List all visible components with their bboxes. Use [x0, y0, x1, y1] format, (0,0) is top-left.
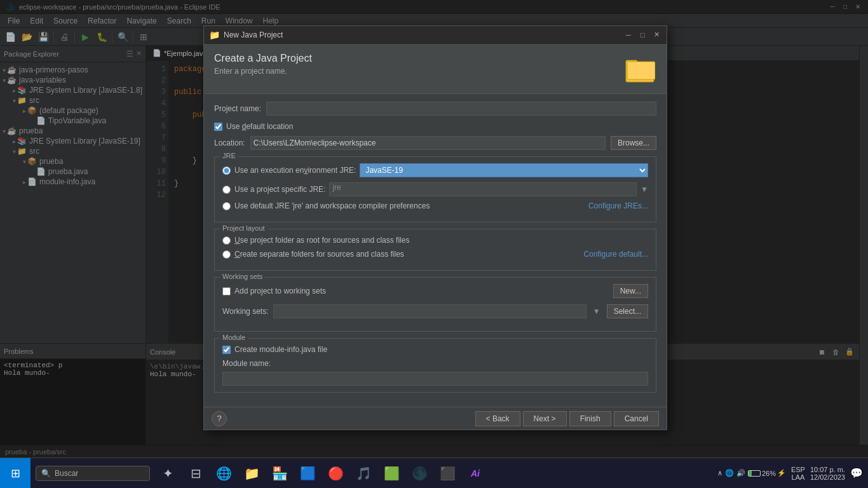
location-input[interactable]	[250, 136, 606, 150]
clock[interactable]: 10:07 p. m. 12/02/2023	[810, 466, 845, 481]
taskbar-tray: ∧ 🌐 🔊 26% ⚡ ESPLAA 10:07 p. m. 12/02/202…	[717, 466, 868, 481]
use-default-location-checkbox[interactable]	[214, 123, 222, 131]
store-app[interactable]: 🏪	[267, 461, 292, 486]
battery-charging-icon: ⚡	[777, 469, 786, 477]
taskbar-search[interactable]: 🔍 Buscar	[36, 466, 150, 481]
jre-env-label: Use an execution environment JRE:	[234, 166, 356, 175]
tray-icons: ∧ 🌐 🔊 26% ⚡	[717, 469, 786, 477]
project-layout-label: Project layout	[220, 224, 268, 232]
add-working-sets-label: Add project to working sets	[234, 287, 326, 295]
notification-icon[interactable]: 💬	[850, 467, 863, 479]
dialog-subtitle: Enter a project name.	[214, 67, 623, 76]
taskbar: ⊞ 🔍 Buscar ✦ ⊟ 🌐 📁 🏪 🟦 🔴 🎵 🟩 🌑 ⬛ Ai ∧ 🌐 …	[0, 458, 868, 488]
jre-env-select[interactable]: JavaSE-19 JavaSE-1.8 JavaSE-17	[360, 163, 648, 177]
project-name-row: Project name:	[214, 102, 656, 116]
browse-button[interactable]: Browse...	[611, 136, 656, 150]
jre-specific-label: Use a project specific JRE:	[234, 185, 325, 194]
dialog-maximize-btn[interactable]: □	[637, 30, 648, 40]
jre-default-label: Use default JRE 'jre' and workspace comp…	[234, 201, 430, 210]
dialog-title-icon: 📁	[209, 30, 220, 40]
layout-separate-group: Create separate folders for sources and …	[222, 250, 404, 259]
jre-default-radio-group: Use default JRE 'jre' and workspace comp…	[222, 201, 430, 210]
module-name-label: Module name:	[222, 359, 271, 368]
layout-separate-radio[interactable]	[222, 250, 231, 259]
brave-app[interactable]: 🔴	[323, 461, 348, 486]
new-java-project-dialog: 📁 New Java Project ─ □ ✕ Create a Java P…	[203, 25, 667, 430]
working-sets-label: Working sets	[220, 273, 265, 280]
dialog-help: ?	[212, 411, 227, 426]
create-module-checkbox[interactable]	[222, 346, 231, 354]
dialog-main-title: Create a Java Project	[214, 53, 623, 64]
taskview-app[interactable]: ⊟	[183, 461, 208, 486]
dialog-header-text: Create a Java Project Enter a project na…	[214, 53, 623, 76]
back-button[interactable]: < Back	[475, 411, 520, 426]
jre-specific-disabled: jre	[329, 182, 637, 196]
working-sets-field-row: Working sets: ▼ Select...	[222, 304, 648, 318]
next-button[interactable]: Next >	[523, 411, 567, 426]
terminal-app[interactable]: ⬛	[435, 461, 460, 486]
edge-app[interactable]: 🌐	[211, 461, 236, 486]
eclipse-taskbar-app[interactable]: 🌑	[407, 461, 432, 486]
battery-bar	[748, 470, 761, 477]
jre-specific-row: Use a project specific JRE: jre ▼	[222, 182, 648, 196]
create-module-row: Create module-info.java file	[222, 345, 648, 354]
use-default-location-row: Use default location	[214, 122, 656, 131]
working-sets-input[interactable]	[273, 304, 586, 318]
jre-env-row: Use an execution environment JRE: JavaSE…	[222, 163, 648, 177]
jre-default-radio[interactable]	[222, 202, 231, 210]
dialog-title-text: New Java Project	[224, 30, 620, 39]
search-placeholder-text: Buscar	[55, 469, 78, 478]
help-button[interactable]: ?	[212, 411, 227, 426]
select-working-set-button[interactable]: Select...	[607, 304, 648, 318]
location-row: Location: Browse...	[214, 136, 656, 150]
dialog-header: Create a Java Project Enter a project na…	[204, 44, 667, 94]
module-group: Module Create module-info.java file Modu…	[214, 338, 656, 393]
chevron-up-icon[interactable]: ∧	[717, 469, 722, 477]
dialog-close-btn[interactable]: ✕	[651, 30, 661, 40]
dialog-header-icon	[623, 53, 656, 86]
ai-app[interactable]: Ai	[463, 461, 488, 486]
finish-button[interactable]: Finish	[569, 411, 611, 426]
widget-app[interactable]: ✦	[155, 461, 180, 486]
project-name-label: Project name:	[214, 104, 261, 113]
layout-root-row: Use project folder as root for sources a…	[222, 236, 648, 245]
dialog-footer: ? < Back Next > Finish Cancel	[204, 407, 667, 430]
time-display: 10:07 p. m.	[810, 466, 845, 473]
start-button[interactable]: ⊞	[0, 458, 31, 489]
battery-fill	[749, 471, 752, 476]
layout-separate-label: Create separate folders for sources and …	[234, 250, 404, 259]
cancel-button[interactable]: Cancel	[614, 411, 659, 426]
module-name-row: Module name:	[222, 359, 648, 386]
jre-env-radio[interactable]	[222, 166, 231, 175]
network-icon: 🌐	[725, 469, 734, 477]
language-indicator[interactable]: ESPLAA	[791, 466, 805, 481]
spotify-app[interactable]: 🎵	[351, 461, 376, 486]
jre-default-row: Use default JRE 'jre' and workspace comp…	[222, 201, 648, 210]
layout-root-radio[interactable]	[222, 236, 231, 245]
dialog-minimize-btn[interactable]: ─	[623, 30, 634, 40]
taskbar-apps: ✦ ⊟ 🌐 📁 🏪 🟦 🔴 🎵 🟩 🌑 ⬛ Ai	[155, 461, 488, 486]
add-ws-checkbox-group: Add project to working sets	[222, 287, 326, 295]
jre-specific-radio[interactable]	[222, 186, 231, 194]
app1[interactable]: 🟦	[295, 461, 320, 486]
create-module-label: Create module-info.java file	[234, 345, 327, 354]
add-working-sets-checkbox[interactable]	[222, 287, 231, 295]
configure-jres-link[interactable]: Configure JREs...	[588, 201, 648, 210]
working-sets-group: Working sets Add project to working sets…	[214, 277, 656, 332]
date-display: 12/02/2023	[810, 473, 845, 481]
module-name-input[interactable]	[222, 372, 648, 386]
battery-percent: 26%	[762, 470, 776, 477]
new-working-set-button[interactable]: New...	[613, 284, 648, 298]
explorer-app[interactable]: 📁	[239, 461, 264, 486]
module-label: Module	[220, 334, 248, 341]
dialog-body: Project name: Use default location Locat…	[204, 94, 667, 407]
speaker-icon[interactable]: 🔊	[736, 469, 745, 477]
app2[interactable]: 🟩	[379, 461, 404, 486]
project-name-input[interactable]	[266, 102, 656, 116]
layout-root-label: Use project folder as root for sources a…	[234, 236, 409, 245]
project-layout-group: Project layout Use project folder as roo…	[214, 229, 656, 271]
configure-default-link[interactable]: Configure default...	[584, 250, 648, 259]
layout-separate-row: Create separate folders for sources and …	[222, 250, 648, 259]
working-sets-field-label: Working sets:	[222, 307, 268, 316]
jre-group-label: JRE	[220, 152, 238, 159]
